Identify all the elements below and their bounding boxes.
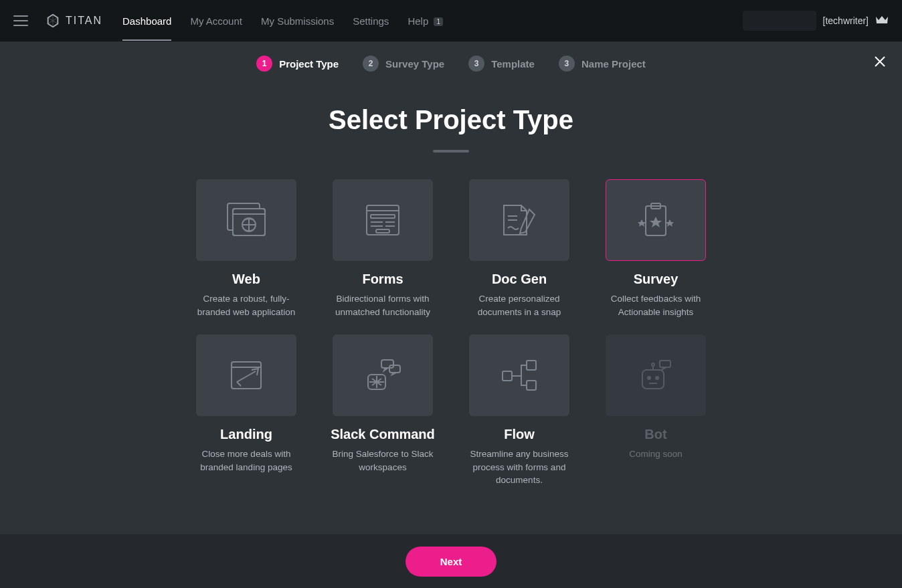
card-title: Bot	[596, 427, 716, 442]
topbar-right: [techwriter]	[743, 11, 889, 31]
step-number: 2	[363, 56, 379, 72]
nav-label: My Submissions	[261, 15, 334, 27]
nav-my-account[interactable]: My Account	[190, 2, 242, 40]
card-title: Flow	[459, 427, 579, 442]
svg-rect-20	[389, 365, 400, 373]
card-title: Forms	[323, 272, 443, 287]
crown-icon[interactable]	[875, 15, 889, 27]
brand-logo[interactable]: TITAN	[46, 13, 102, 28]
slack-icon	[333, 334, 433, 416]
card-title: Doc Gen	[459, 272, 579, 287]
svg-rect-28	[527, 381, 536, 390]
nav-dashboard[interactable]: Dashboard	[122, 2, 171, 40]
step-survey-type[interactable]: 2 Survey Type	[363, 56, 444, 72]
topbar: TITAN Dashboard My Account My Submission…	[0, 0, 902, 42]
step-label: Project Type	[279, 58, 339, 70]
flow-icon	[469, 334, 569, 416]
page-title: Select Project Type	[0, 105, 902, 135]
nav-label: Dashboard	[122, 15, 171, 27]
card-desc: Bidirectional forms with unmatched funct…	[323, 292, 443, 318]
project-type-docgen[interactable]: Doc Gen Create personalized documents in…	[459, 179, 579, 318]
close-icon	[874, 56, 886, 68]
svg-point-32	[656, 377, 658, 379]
next-button[interactable]: Next	[405, 547, 497, 577]
step-number: 3	[468, 56, 484, 72]
svg-rect-12	[376, 229, 389, 233]
top-nav: Dashboard My Account My Submissions Sett…	[122, 2, 443, 40]
step-label: Name Project	[581, 58, 646, 70]
project-type-bot: Bot Coming soon	[596, 334, 716, 487]
step-name-project[interactable]: 3 Name Project	[559, 56, 646, 72]
svg-rect-26	[527, 361, 536, 370]
bot-icon	[606, 334, 706, 416]
card-desc: Streamline any business process with for…	[459, 448, 579, 487]
docgen-icon	[469, 179, 569, 261]
card-title: Survey	[596, 272, 716, 287]
step-template[interactable]: 3 Template	[468, 56, 535, 72]
svg-rect-30	[642, 370, 664, 389]
step-label: Survey Type	[385, 58, 444, 70]
project-type-survey[interactable]: Survey Collect feedbacks with Actionable…	[596, 179, 716, 318]
username[interactable]: [techwriter]	[823, 15, 869, 26]
card-desc: Create personalized documents in a snap	[459, 292, 579, 318]
help-badge: 1	[434, 17, 443, 26]
wizard-steps: 1 Project Type 2 Survey Type 3 Template …	[0, 56, 902, 72]
card-desc: Coming soon	[596, 448, 716, 461]
project-type-slack[interactable]: Slack Command Bring Salesforce to Slack …	[323, 334, 443, 487]
search-area[interactable]	[743, 11, 816, 31]
card-title: Slack Command	[323, 427, 443, 442]
project-type-landing[interactable]: Landing Close more deals with branded la…	[186, 334, 306, 487]
card-desc: Create a robust, fully-branded web appli…	[186, 292, 306, 318]
svg-rect-29	[660, 361, 670, 367]
svg-rect-17	[232, 362, 261, 389]
nav-label: Help	[408, 15, 428, 27]
wizard-footer: Next	[0, 534, 902, 588]
forms-icon	[333, 179, 433, 261]
nav-help[interactable]: Help 1	[408, 2, 443, 40]
svg-rect-7	[371, 215, 395, 218]
step-project-type[interactable]: 1 Project Type	[256, 56, 339, 72]
step-label: Template	[491, 58, 535, 70]
svg-rect-5	[367, 205, 399, 235]
brand-text: TITAN	[66, 15, 102, 27]
nav-label: My Account	[190, 15, 242, 27]
logo-icon	[46, 13, 60, 28]
nav-my-submissions[interactable]: My Submissions	[261, 2, 334, 40]
svg-point-31	[648, 377, 650, 379]
web-icon	[196, 179, 296, 261]
card-title: Landing	[186, 427, 306, 442]
step-number: 3	[559, 56, 575, 72]
menu-icon[interactable]	[13, 15, 28, 26]
close-button[interactable]	[874, 56, 886, 70]
title-divider	[433, 150, 469, 153]
card-desc: Bring Salesforce to Slack workspaces	[323, 448, 443, 474]
project-type-flow[interactable]: Flow Streamline any business process wit…	[459, 334, 579, 487]
card-title: Web	[186, 272, 306, 287]
svg-rect-19	[381, 360, 393, 368]
nav-label: Settings	[353, 15, 389, 27]
survey-icon	[606, 179, 706, 261]
project-wizard-modal: 1 Project Type 2 Survey Type 3 Template …	[0, 42, 902, 588]
card-desc: Collect feedbacks with Actionable insigh…	[596, 292, 716, 318]
nav-settings[interactable]: Settings	[353, 2, 389, 40]
project-type-web[interactable]: Web Create a robust, fully-branded web a…	[186, 179, 306, 318]
landing-icon	[196, 334, 296, 416]
svg-point-35	[652, 363, 654, 366]
project-type-forms[interactable]: Forms Bidirectional forms with unmatched…	[323, 179, 443, 318]
project-type-grid: Web Create a robust, fully-branded web a…	[0, 179, 902, 487]
svg-rect-27	[503, 371, 512, 381]
step-number: 1	[256, 56, 272, 72]
card-desc: Close more deals with branded landing pa…	[186, 448, 306, 474]
